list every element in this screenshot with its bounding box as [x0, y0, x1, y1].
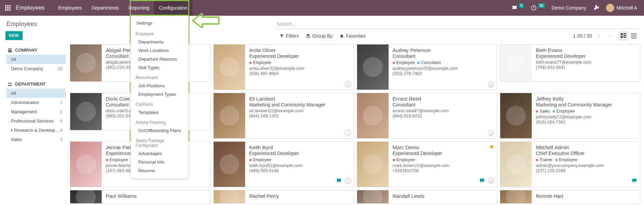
sidebar-dept-sales[interactable]: Sales 3 — [6, 135, 66, 144]
dropdown-resume[interactable]: Resume — [131, 166, 188, 175]
svg-rect-2 — [9, 5, 11, 7]
sidebar-dept-rnd[interactable]: Research & Develop… 9 — [6, 126, 66, 135]
activity-clock-icon[interactable] — [345, 178, 351, 184]
favorites-button[interactable]: Favorites — [336, 32, 369, 40]
dropdown-work-locations[interactable]: Work Locations — [131, 46, 188, 55]
debug-button[interactable] — [590, 0, 603, 16]
apps-icon[interactable] — [0, 0, 16, 16]
employee-job: Experienced Developer — [249, 151, 350, 156]
wrench-icon — [593, 5, 599, 11]
employee-phone: (237)-125-2289 — [536, 168, 637, 173]
people-icon — [8, 82, 12, 87]
dropdown-group-activity-planning: Activity Planning — [131, 117, 188, 126]
dropdown-onboarding[interactable]: On/Offboarding Plans — [131, 126, 188, 135]
employee-email: jeffrey.kelly72@example.com — [536, 115, 637, 119]
employee-photo — [357, 93, 389, 138]
employee-card[interactable]: Rachel Perry — [213, 190, 354, 204]
activity-clock-icon[interactable] — [488, 130, 494, 136]
message-icon[interactable] — [479, 178, 485, 185]
dropdown-departments[interactable]: Departments — [131, 38, 188, 46]
dropdown-skill-types[interactable]: Skill Types — [131, 63, 188, 72]
employee-email: admin@yourcompany.example.com — [536, 163, 637, 168]
sidebar-dept-mgmt[interactable]: Management 2 — [6, 107, 66, 116]
employee-name: Ernest Reed — [393, 96, 494, 102]
sidebar-dept-admin[interactable]: Administration 1 — [6, 98, 66, 107]
activity-clock-icon[interactable] — [345, 130, 351, 136]
dropdown-job-positions[interactable]: Job Positions — [131, 81, 188, 90]
svg-rect-14 — [623, 37, 626, 38]
employee-email: keith.byrd52@example.com — [249, 163, 350, 168]
dropdown-templates[interactable]: Templates — [131, 108, 188, 117]
search-bar — [276, 18, 639, 29]
groupby-button[interactable]: Group By — [302, 32, 336, 40]
employee-phone: (538) 497-4804 — [249, 71, 350, 76]
employee-card[interactable]: Mitchell AdminChief Executive OfficerTra… — [500, 141, 641, 187]
employee-card[interactable]: Eli LambertMarketing and Community Manag… — [213, 93, 354, 139]
nav-reporting[interactable]: Reporting — [124, 0, 154, 16]
employee-card[interactable]: Marc DemoExperienced DeveloperEmployeema… — [357, 141, 497, 187]
view-kanban[interactable] — [619, 31, 628, 41]
employee-card[interactable]: Anita OliverExperienced DeveloperEmploye… — [213, 44, 354, 90]
employee-phone: (754)-532-3841 — [536, 65, 637, 70]
sidebar-dept-prof[interactable]: Professional Services 5 — [6, 116, 66, 126]
svg-rect-16 — [631, 36, 636, 36]
employee-name: Rachel Perry — [249, 193, 350, 199]
employee-job: Consultant — [393, 53, 494, 59]
messaging-button[interactable]: 5 — [508, 0, 527, 16]
activities-button[interactable]: 25 — [527, 0, 548, 16]
employee-card[interactable]: Ronnie Hart — [500, 190, 641, 204]
dropdown-departure-reasons[interactable]: Departure Reasons — [131, 55, 188, 63]
user-avatar — [606, 4, 614, 12]
activity-clock-icon[interactable] — [488, 178, 494, 184]
svg-point-25 — [8, 82, 10, 84]
employee-photo — [214, 190, 245, 203]
employee-card[interactable]: Keith ByrdExperienced DeveloperEmployeek… — [213, 141, 354, 187]
filters-button[interactable]: Filters — [276, 32, 302, 40]
employee-card[interactable]: Randall Lewis — [357, 190, 497, 204]
employee-tag: Employee — [249, 157, 271, 162]
nav-employees[interactable]: Employees — [53, 0, 87, 16]
employee-card[interactable]: Paul Williams — [70, 190, 211, 204]
message-icon[interactable] — [631, 178, 637, 185]
employee-card[interactable]: Beth EvansExperienced Developerbeth.evan… — [500, 44, 641, 82]
employee-photo — [357, 142, 389, 187]
employee-phone: (449)-505-5146 — [249, 168, 350, 173]
employee-name: Mitchell Admin — [536, 144, 637, 150]
activity-clock-icon[interactable] — [488, 81, 494, 88]
tag-dot-icon — [536, 110, 538, 113]
dropdown-employment-types[interactable]: Employment Types — [131, 90, 188, 99]
svg-rect-4 — [7, 7, 9, 9]
nav-departments[interactable]: Departments — [87, 0, 124, 16]
dropdown-personal-info[interactable]: Personal Info — [131, 158, 188, 166]
dropdown-advantages[interactable]: Advantages — [131, 149, 188, 158]
svg-rect-11 — [623, 33, 626, 34]
employee-card[interactable]: Audrey PetersonConsultantEmployeeConsult… — [357, 44, 497, 90]
employee-card[interactable]: Jeffrey KellyMarketing and Community Man… — [500, 93, 641, 139]
activity-clock-icon[interactable] — [345, 81, 351, 88]
company-switcher[interactable]: Demo Company — [548, 0, 590, 16]
app-name[interactable]: Employees — [16, 4, 53, 11]
pager-text[interactable]: 1-20 / 20 — [573, 33, 592, 39]
employee-name: Audrey Peterson — [393, 47, 494, 53]
new-button[interactable]: NEW — [5, 31, 23, 40]
dropdown-settings[interactable]: Settings — [131, 18, 188, 28]
employee-photo — [214, 93, 245, 138]
user-menu[interactable]: Mitchell A — [603, 0, 641, 16]
svg-rect-20 — [10, 49, 10, 49]
employee-tag: Employee — [249, 60, 271, 65]
sidebar-company-demo[interactable]: Demo Company 20 — [6, 64, 66, 73]
view-list[interactable] — [629, 31, 639, 41]
employee-tag: Employee — [393, 157, 415, 162]
filters-label: Filters — [286, 33, 299, 39]
employee-card[interactable]: Ernest ReedConsultanternest.reed47@examp… — [357, 93, 497, 139]
message-icon[interactable] — [336, 178, 342, 185]
building-icon — [8, 48, 12, 53]
sidebar-item-count: 2 — [60, 110, 62, 114]
search-input[interactable] — [276, 20, 639, 28]
nav-configuration[interactable]: Configuration — [154, 0, 192, 16]
pager-next[interactable]: › — [606, 32, 614, 40]
sidebar-dept-all[interactable]: All — [6, 89, 66, 98]
sidebar-company-all[interactable]: All — [6, 55, 66, 64]
employee-photo — [214, 142, 245, 187]
pager-prev[interactable]: ‹ — [595, 32, 603, 40]
